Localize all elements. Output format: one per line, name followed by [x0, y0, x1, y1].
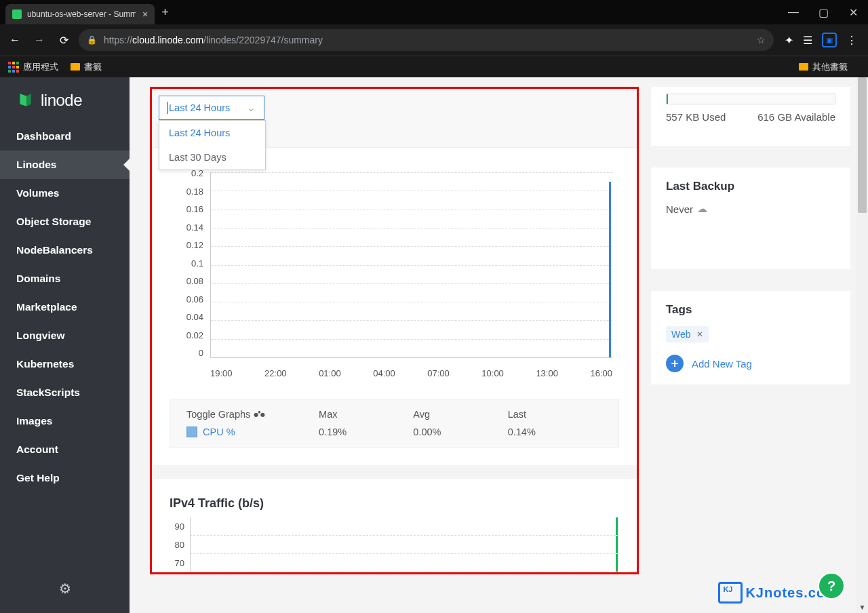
ipv4-traffic-heading: IPv4 Traffic (b/s): [152, 479, 637, 517]
x-tick: 22:00: [264, 368, 287, 378]
new-tab-button[interactable]: +: [161, 5, 169, 20]
storage-bar: [666, 94, 835, 104]
sidebar: linode DashboardLinodesVolumesObject Sto…: [0, 77, 130, 613]
window-close[interactable]: ✕: [838, 0, 868, 24]
x-tick: 13:00: [536, 368, 558, 378]
ipv4-spike: [616, 517, 618, 535]
x-tick: 10:00: [481, 368, 504, 378]
time-range-menu: Last 24 Hours Last 30 Days: [159, 120, 266, 170]
settings-gear-icon[interactable]: ⚙: [0, 564, 130, 613]
plus-icon: +: [666, 355, 684, 372]
cpu-max: 0.19%: [319, 427, 413, 437]
lock-icon: 🔒: [87, 35, 97, 45]
cpu-spike: [609, 182, 611, 357]
sidebar-item-images[interactable]: Images: [0, 407, 130, 435]
window-minimize[interactable]: —: [778, 0, 808, 24]
storage-available: 616 GB Available: [757, 111, 835, 123]
y-tick: 0.08: [170, 276, 203, 286]
cpu-avg: 0.00%: [413, 427, 507, 437]
ipv4-y-90: 90: [170, 521, 190, 532]
window-maximize[interactable]: ▢: [808, 0, 838, 24]
forward-button: →: [30, 34, 49, 46]
bookmark-label: 書籤: [84, 61, 102, 73]
y-tick: 0.1: [170, 258, 203, 269]
x-tick: 04:00: [373, 368, 395, 378]
sidebar-item-longview[interactable]: Longview: [0, 321, 130, 350]
cpu-chart: 0.20.180.160.140.120.10.080.060.040.020 …: [170, 168, 619, 378]
ipv4-chart: 90 80 70: [152, 517, 637, 572]
sidebar-item-stackscripts[interactable]: StackScripts: [0, 378, 130, 407]
other-bookmarks[interactable]: 其他書籤: [799, 61, 848, 73]
bookmark-star-icon[interactable]: ☆: [757, 35, 766, 45]
col-avg: Avg: [413, 409, 507, 420]
sidebar-item-kubernetes[interactable]: Kubernetes: [0, 350, 130, 378]
time-range-value: Last 24 Hours: [167, 102, 230, 113]
url-path: /linodes/22029747/summary: [203, 35, 323, 45]
tab-title: ubuntu-os-web-server - Summ: [27, 9, 136, 19]
y-tick: 0.06: [170, 294, 203, 304]
y-tick: 0.14: [170, 222, 203, 233]
time-option-30d[interactable]: Last 30 Days: [159, 145, 265, 170]
sidebar-item-get-help[interactable]: Get Help: [0, 464, 130, 492]
cloud-upload-icon[interactable]: ☁: [697, 203, 707, 215]
storage-used: 557 KB Used: [666, 111, 726, 123]
sidebar-item-domains[interactable]: Domains: [0, 264, 130, 293]
svg-marker-0: [20, 94, 26, 106]
address-bar[interactable]: 🔒 https://cloud.linode.com/linodes/22029…: [79, 29, 774, 51]
storage-card: 557 KB Used 616 GB Available: [651, 87, 850, 146]
x-tick: 07:00: [427, 368, 450, 378]
close-tab-icon[interactable]: ×: [142, 9, 148, 20]
series-cpu-label[interactable]: CPU %: [203, 427, 235, 437]
help-fab[interactable]: ?: [818, 572, 845, 599]
sidebar-item-linodes[interactable]: Linodes: [0, 151, 130, 179]
chevron-down-icon: ⌄: [247, 102, 256, 113]
extensions-icon[interactable]: ✦: [785, 34, 793, 47]
tag-label: Web: [671, 329, 691, 340]
apps-shortcut[interactable]: 應用程式: [8, 61, 58, 73]
remove-tag-icon[interactable]: ✕: [696, 330, 703, 339]
add-tag-label: Add New Tag: [692, 358, 752, 370]
tags-card: Tags Web ✕ + Add New Tag: [651, 291, 850, 384]
extension-button[interactable]: ▣: [822, 33, 837, 47]
url-host: cloud.linode.com: [132, 35, 203, 45]
sidebar-item-marketplace[interactable]: Marketplace: [0, 293, 130, 321]
menu-icon[interactable]: ⋮: [846, 34, 857, 47]
logo[interactable]: linode: [0, 77, 130, 122]
browser-tab[interactable]: ubuntu-os-web-server - Summ ×: [5, 4, 155, 24]
cpu-last: 0.14%: [508, 427, 602, 437]
chart-legend: Toggle Graphs ●●● CPU % Max 0.19% Avg 0.…: [170, 399, 619, 448]
sidebar-item-object-storage[interactable]: Object Storage: [0, 207, 130, 236]
last-backup-heading: Last Backup: [666, 180, 835, 193]
time-option-24h[interactable]: Last 24 Hours: [159, 121, 265, 145]
sidebar-item-dashboard[interactable]: Dashboard: [0, 122, 130, 151]
bookmark-folder[interactable]: 書籤: [71, 61, 102, 73]
col-max: Max: [319, 409, 413, 420]
time-range-select[interactable]: Last 24 Hours ⌄ Last 24 Hours Last 30 Da…: [159, 96, 264, 120]
reading-list-icon[interactable]: ☰: [803, 34, 812, 47]
y-tick: 0.16: [170, 204, 203, 214]
back-button[interactable]: ←: [5, 34, 24, 46]
logo-text: linode: [41, 91, 82, 110]
tag-web[interactable]: Web ✕: [666, 326, 709, 342]
other-bookmarks-label: 其他書籤: [812, 61, 848, 73]
cpu-swatch[interactable]: [186, 427, 197, 437]
sidebar-item-nodebalancers[interactable]: NodeBalancers: [0, 236, 130, 264]
ipv4-y-80: 80: [170, 540, 190, 550]
x-tick: 01:00: [319, 368, 341, 378]
logo-icon: [16, 92, 34, 109]
y-tick: 0.12: [170, 240, 203, 250]
add-tag-button[interactable]: + Add New Tag: [666, 355, 835, 372]
y-tick: 0.04: [170, 312, 203, 322]
backup-value: Never: [666, 203, 693, 215]
y-tick: 0.18: [170, 186, 203, 197]
scrollbar-thumb[interactable]: [858, 77, 867, 213]
sidebar-item-volumes[interactable]: Volumes: [0, 179, 130, 207]
svg-marker-1: [26, 94, 31, 106]
sidebar-item-account[interactable]: Account: [0, 435, 130, 464]
last-backup-card: Last Backup Never ☁: [651, 167, 850, 269]
x-tick: 16:00: [590, 368, 612, 378]
url-protocol: https://: [104, 35, 132, 45]
tags-heading: Tags: [666, 303, 835, 317]
reload-button[interactable]: ⟳: [54, 34, 73, 47]
vertical-scrollbar[interactable]: ▲ ▼: [856, 77, 868, 613]
